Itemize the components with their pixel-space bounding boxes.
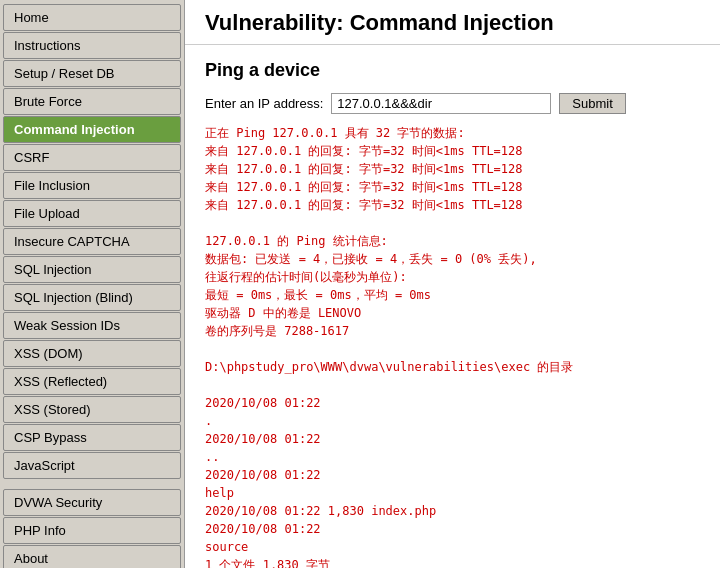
page-title: Vulnerability: Command Injection: [205, 10, 700, 36]
output-line: [205, 376, 700, 394]
output-line: 数据包: 已发送 = 4，已接收 = 4，丢失 = 0 (0% 丢失),: [205, 250, 700, 268]
output-line: help: [205, 484, 700, 502]
output-line: 来自 127.0.0.1 的回复: 字节=32 时间<1ms TTL=128: [205, 196, 700, 214]
section-title: Ping a device: [205, 60, 700, 81]
sidebar-item-about[interactable]: About: [3, 545, 181, 568]
ip-label: Enter an IP address:: [205, 96, 323, 111]
output-line: 往返行程的估计时间(以毫秒为单位):: [205, 268, 700, 286]
output-line: 127.0.0.1 的 Ping 统计信息:: [205, 232, 700, 250]
output-line: [205, 340, 700, 358]
sidebar-item-xss-stored[interactable]: XSS (Stored): [3, 396, 181, 423]
output-line: .: [205, 412, 700, 430]
sidebar-item-sql-injection[interactable]: SQL Injection: [3, 256, 181, 283]
output-line: 1 个文件 1,830 字节: [205, 556, 700, 568]
sidebar-item-command-injection[interactable]: Command Injection: [3, 116, 181, 143]
output-line: 2020/10/08 01:22: [205, 520, 700, 538]
sidebar-item-weak-session-ids[interactable]: Weak Session IDs: [3, 312, 181, 339]
output-area: 正在 Ping 127.0.0.1 具有 32 字节的数据:来自 127.0.0…: [205, 124, 700, 568]
sidebar-item-insecure-captcha[interactable]: Insecure CAPTCHA: [3, 228, 181, 255]
sidebar-item-instructions[interactable]: Instructions: [3, 32, 181, 59]
sidebar-top-items: HomeInstructionsSetup / Reset DBBrute Fo…: [0, 4, 184, 568]
sidebar-item-setup[interactable]: Setup / Reset DB: [3, 60, 181, 87]
output-line: [205, 214, 700, 232]
sidebar-item-csrf[interactable]: CSRF: [3, 144, 181, 171]
output-line: 驱动器 D 中的卷是 LENOVO: [205, 304, 700, 322]
output-line: D:\phpstudy_pro\WWW\dvwa\vulnerabilities…: [205, 358, 700, 376]
submit-button[interactable]: Submit: [559, 93, 625, 114]
output-line: source: [205, 538, 700, 556]
sidebar-item-csp-bypass[interactable]: CSP Bypass: [3, 424, 181, 451]
sidebar-item-brute-force[interactable]: Brute Force: [3, 88, 181, 115]
output-line: 2020/10/08 01:22: [205, 430, 700, 448]
sidebar-item-file-upload[interactable]: File Upload: [3, 200, 181, 227]
output-line: 最短 = 0ms，最长 = 0ms，平均 = 0ms: [205, 286, 700, 304]
sidebar-item-dvwa-security[interactable]: DVWA Security: [3, 489, 181, 516]
output-line: ..: [205, 448, 700, 466]
sidebar-item-xss-dom[interactable]: XSS (DOM): [3, 340, 181, 367]
output-line: 2020/10/08 01:22: [205, 466, 700, 484]
sidebar-item-javascript[interactable]: JavaScript: [3, 452, 181, 479]
output-line: 2020/10/08 01:22: [205, 394, 700, 412]
sidebar-item-xss-reflected[interactable]: XSS (Reflected): [3, 368, 181, 395]
output-line: 来自 127.0.0.1 的回复: 字节=32 时间<1ms TTL=128: [205, 160, 700, 178]
sidebar-item-php-info[interactable]: PHP Info: [3, 517, 181, 544]
output-line: 2020/10/08 01:22 1,830 index.php: [205, 502, 700, 520]
output-line: 卷的序列号是 7288-1617: [205, 322, 700, 340]
output-line: 来自 127.0.0.1 的回复: 字节=32 时间<1ms TTL=128: [205, 142, 700, 160]
output-line: 来自 127.0.0.1 的回复: 字节=32 时间<1ms TTL=128: [205, 178, 700, 196]
sidebar-item-home[interactable]: Home: [3, 4, 181, 31]
sidebar-item-sql-injection-blind[interactable]: SQL Injection (Blind): [3, 284, 181, 311]
output-line: 正在 Ping 127.0.0.1 具有 32 字节的数据:: [205, 124, 700, 142]
ip-input[interactable]: [331, 93, 551, 114]
ip-form: Enter an IP address: Submit: [205, 93, 700, 114]
sidebar-item-file-inclusion[interactable]: File Inclusion: [3, 172, 181, 199]
